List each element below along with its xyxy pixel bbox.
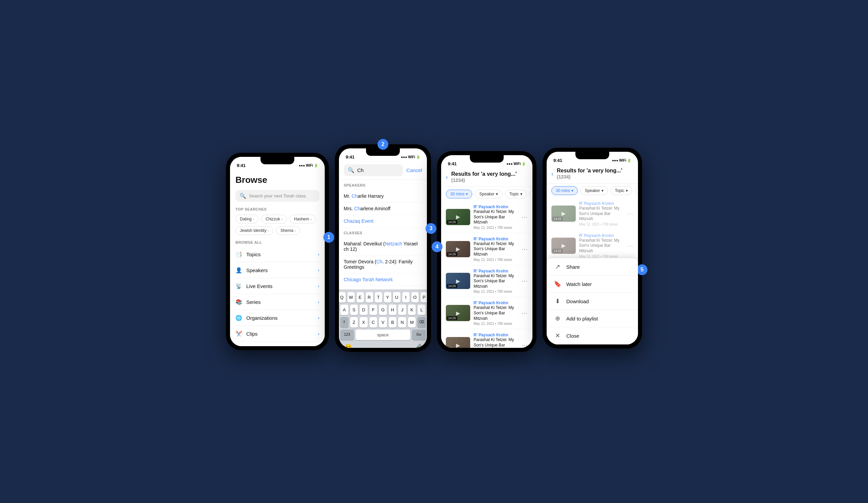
- key-z[interactable]: Z: [350, 317, 358, 327]
- key-backspace[interactable]: ⌫: [417, 317, 425, 327]
- result-item[interactable]: 14:25▶ R' Paysach KrohnParashat Ki Tetze…: [441, 233, 533, 265]
- key-x[interactable]: X: [360, 317, 368, 327]
- key-l[interactable]: L: [417, 305, 425, 315]
- browse-item-clips[interactable]: ✂️ Clips ›: [236, 326, 319, 342]
- key-go[interactable]: Go: [412, 329, 425, 340]
- video-title: Parashat Ki Tetzei: My Son's Unique Bar …: [474, 209, 518, 225]
- key-i[interactable]: I: [402, 292, 410, 303]
- filter-30mins[interactable]: 30 mins ▾: [446, 190, 472, 198]
- key-k[interactable]: K: [408, 305, 416, 315]
- result-item[interactable]: 14:25▶ R' Paysach KrohnParashat Ki Tetze…: [441, 297, 533, 329]
- suggestion-tomer[interactable]: Tomer Devora (Ch. 2-24): Family Greeting…: [344, 255, 422, 273]
- key-r[interactable]: R: [366, 292, 373, 303]
- key-f[interactable]: F: [369, 305, 378, 315]
- suggestion-charlie[interactable]: Mr. Charlie Harrary: [344, 190, 422, 202]
- key-t[interactable]: T: [375, 292, 382, 303]
- results-screen: 9:41 ●●● WiFi 🔋 ‹ Results for 'a very lo…: [441, 155, 533, 348]
- play-icon: ▶: [551, 238, 576, 254]
- filter-topic-4[interactable]: Topic ▾: [611, 186, 632, 195]
- key-v[interactable]: V: [379, 317, 387, 327]
- result-info: R' Paysach KrohnParashat Ki Tetzei: My S…: [579, 233, 624, 258]
- browse-item-series[interactable]: 📚 Series ›: [236, 294, 319, 310]
- browse-search-bar[interactable]: 🔍 Search your next Torah class.: [236, 190, 319, 202]
- key-row-1: Q W E R T Y U I O P: [340, 292, 425, 303]
- suggestion-chazaq[interactable]: Chazaq Event: [344, 215, 422, 228]
- results-count-3: (1234): [451, 177, 465, 183]
- search-input-box[interactable]: 🔍 Ch: [344, 164, 403, 176]
- key-d[interactable]: D: [360, 305, 368, 315]
- result-item[interactable]: 14:25▶ R' Paysach KrohnParashat Ki Tetze…: [441, 265, 533, 297]
- tag-shema[interactable]: Shema›: [276, 226, 300, 235]
- action-add-to-playlist[interactable]: ⊕ Add to playlist: [547, 310, 638, 327]
- search-input[interactable]: Ch: [357, 167, 364, 173]
- key-y[interactable]: Y: [384, 292, 391, 303]
- more-options-icon[interactable]: ⋯: [521, 342, 528, 348]
- filter-sort-4[interactable]: ⇅: [635, 186, 638, 195]
- filter-30mins-4[interactable]: 30 mins ▾: [551, 186, 578, 195]
- key-q[interactable]: Q: [339, 292, 346, 303]
- video-meta: May 12, 2021 • 789 views: [579, 222, 624, 226]
- result-item: 14:25▶ R' Paysach KrohnParashat Ki Tetze…: [547, 198, 638, 230]
- filter-sort[interactable]: ⇅: [529, 190, 533, 198]
- mic-icon[interactable]: 🎤: [414, 344, 422, 348]
- browse-item-speakers[interactable]: 👤 Speakers ›: [236, 262, 319, 278]
- action-watch-later[interactable]: 🔖 Watch later: [547, 275, 638, 293]
- back-button-4[interactable]: ‹: [551, 170, 554, 177]
- add-playlist-icon: ⊕: [554, 315, 561, 322]
- key-u[interactable]: U: [393, 292, 401, 303]
- key-m[interactable]: M: [408, 317, 416, 327]
- emoji-icon[interactable]: 😊: [344, 344, 352, 348]
- key-123[interactable]: 123: [340, 329, 354, 340]
- more-options-icon[interactable]: ⋯: [521, 309, 528, 317]
- chevron-right-icon: ›: [318, 315, 319, 321]
- chevron-icon: ›: [268, 229, 269, 233]
- tag-jewish-identity[interactable]: Jewish Identity›: [236, 226, 273, 235]
- key-g[interactable]: G: [379, 305, 387, 315]
- results-header-4: ‹ Results for 'a very long...' (1234): [547, 164, 638, 184]
- key-o[interactable]: O: [411, 292, 419, 303]
- action-close[interactable]: ✕ Close: [547, 327, 638, 345]
- suggestion-maharal[interactable]: Maharal: Deveikut (Netzach Yisrael ch 12…: [344, 238, 422, 255]
- key-c[interactable]: C: [369, 317, 378, 327]
- key-n[interactable]: N: [398, 317, 406, 327]
- filter-topic[interactable]: Topic ▾: [505, 190, 527, 198]
- result-thumb: 14:25▶: [446, 305, 470, 321]
- result-item[interactable]: 14:25▶ R' Paysach KrohnParashat Ki Tetze…: [441, 329, 533, 348]
- key-p[interactable]: P: [421, 292, 427, 303]
- filter-speaker[interactable]: Speaker ▾: [475, 190, 502, 198]
- key-w[interactable]: W: [348, 292, 355, 303]
- browse-item-live[interactable]: 📡 Live Events ›: [236, 278, 319, 294]
- share-label: Share: [566, 264, 580, 270]
- suggestion-charlene[interactable]: Mrs. Charlene Aminoff: [344, 202, 422, 215]
- tag-chizzuk[interactable]: Chizzuk›: [261, 214, 287, 223]
- back-button-3[interactable]: ‹: [446, 174, 448, 181]
- browse-item-organizations[interactable]: 🌐 Organizations ›: [236, 310, 319, 326]
- cancel-button[interactable]: Cancel: [406, 167, 422, 173]
- result-list-3: 14:25▶ R' Paysach KrohnParashat Ki Tetze…: [441, 201, 533, 348]
- action-share[interactable]: ↗ Share: [547, 258, 638, 275]
- more-options-icon[interactable]: ⋯: [521, 277, 528, 285]
- results-title-4: Results for 'a very long...' (1234): [557, 168, 633, 180]
- key-shift[interactable]: ⇧: [340, 317, 349, 327]
- key-j[interactable]: J: [398, 305, 406, 315]
- play-icon: ▶: [446, 273, 470, 289]
- speaker-name: R' Paysach Krohn: [579, 233, 624, 238]
- result-item[interactable]: 14:25▶ R' Paysach KrohnParashat Ki Tetze…: [441, 201, 533, 233]
- filter-speaker-4[interactable]: Speaker ▾: [580, 186, 608, 195]
- key-a[interactable]: A: [340, 305, 349, 315]
- status-time-1: 9:41: [237, 163, 246, 168]
- live-icon: 📡: [236, 283, 242, 289]
- more-options-icon[interactable]: ⋯: [521, 245, 528, 253]
- action-download[interactable]: ⬇ Download: [547, 293, 638, 310]
- status-icons-2: ●●● WiFi 🔋: [401, 155, 420, 159]
- key-b[interactable]: B: [389, 317, 397, 327]
- suggestion-chicago[interactable]: Chicago Torah Network: [344, 273, 422, 286]
- browse-item-topics[interactable]: 📑 Topics ›: [236, 247, 319, 262]
- tag-hashem[interactable]: Hashem›: [290, 214, 316, 223]
- more-options-icon[interactable]: ⋯: [521, 213, 528, 221]
- tag-dating[interactable]: Dating›: [236, 214, 258, 223]
- key-h[interactable]: H: [389, 305, 397, 315]
- key-space[interactable]: space: [355, 329, 410, 340]
- key-e[interactable]: E: [356, 292, 364, 303]
- key-s[interactable]: S: [350, 305, 358, 315]
